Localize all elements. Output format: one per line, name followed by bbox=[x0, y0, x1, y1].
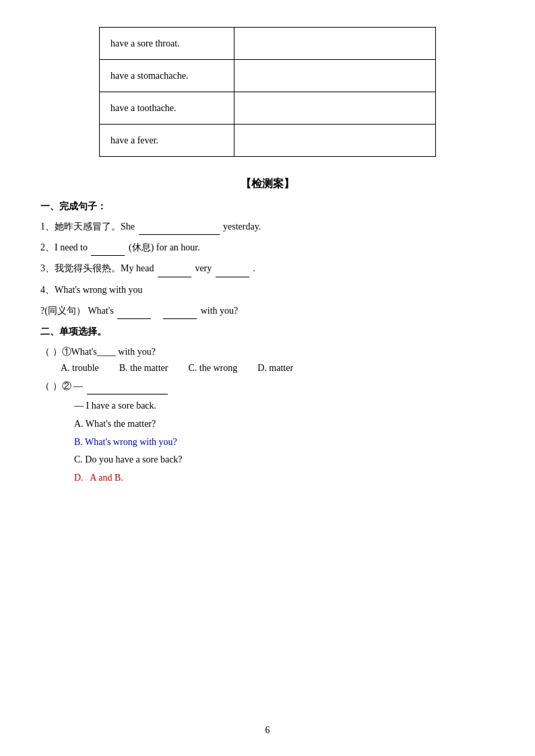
q2-bracket: （ ）② — bbox=[40, 381, 83, 391]
q4-end: with you? bbox=[201, 306, 239, 316]
q4-space bbox=[155, 306, 160, 316]
table-row: have a toothache. bbox=[100, 92, 436, 125]
table-cell-left: have a sore throat. bbox=[100, 28, 234, 60]
table-row: have a fever. bbox=[100, 125, 436, 157]
q2-underline bbox=[87, 384, 168, 394]
opt-d: D. matter bbox=[257, 363, 293, 374]
table-cell-right bbox=[234, 60, 435, 92]
table-cell-right bbox=[234, 92, 435, 125]
q3-underline1 bbox=[158, 267, 191, 277]
table-cell-right bbox=[234, 28, 435, 60]
q3-suffix: . bbox=[253, 263, 255, 273]
opt-a: A. trouble bbox=[61, 363, 99, 374]
q2-opt-a: A. What's the matter? bbox=[74, 415, 495, 434]
table-cell-left: have a stomachache. bbox=[100, 60, 234, 92]
page-number: 6 bbox=[265, 725, 270, 736]
q4-line2: ?(同义句） What's with you? bbox=[40, 302, 495, 319]
q4-underline2 bbox=[163, 308, 197, 319]
q3-prefix: 3、我觉得头很热。My head bbox=[40, 263, 154, 273]
q4-line1: 4、What's wrong with you bbox=[40, 281, 495, 298]
q3-item: 3、我觉得头很热。My head very . bbox=[40, 260, 495, 277]
exercises-part2: 二、单项选择。 （ ）①What's____ with you? A. trou… bbox=[40, 326, 495, 487]
part2-q1: （ ）①What's____ with you? bbox=[40, 343, 495, 360]
table-cell-left: have a toothache. bbox=[100, 92, 234, 125]
q4-underline1 bbox=[117, 308, 151, 319]
table-row: have a stomachache. bbox=[100, 60, 436, 92]
q1-prefix: 1、她昨天感冒了。She bbox=[40, 221, 135, 232]
q1-bracket: （ ）①What's____ with you? bbox=[40, 347, 156, 357]
opt-c: C. the wrong bbox=[188, 363, 237, 374]
q2-underline bbox=[91, 245, 125, 256]
q2-opt-c: C. Do you have a sore back? bbox=[74, 451, 495, 469]
q2-response-text: — I have a sore back. bbox=[74, 397, 495, 415]
part2-q2-response: — I have a sore back. A. What's the matt… bbox=[74, 397, 495, 487]
section-title: 【检测案】 bbox=[40, 177, 495, 191]
page-container: have a sore throat.have a stomachache.ha… bbox=[0, 0, 535, 756]
part2-header: 二、单项选择。 bbox=[40, 326, 495, 338]
vocab-table: have a sore throat.have a stomachache.ha… bbox=[99, 27, 436, 157]
table-cell-right bbox=[234, 125, 435, 157]
q1-underline bbox=[139, 224, 220, 235]
q2-item: 2、I need to (休息) for an hour. bbox=[40, 239, 495, 256]
q2-middle: (休息) for an hour. bbox=[129, 242, 200, 252]
q4-text1: 4、What's wrong with you bbox=[40, 285, 142, 295]
part2-q2: （ ）② — bbox=[40, 378, 495, 394]
q4-synonym-label: ?(同义句） What's bbox=[40, 306, 116, 316]
opt-b: B. the matter bbox=[119, 363, 168, 374]
q3-mid: very bbox=[195, 263, 214, 273]
part1-header: 一、完成句子： bbox=[40, 201, 495, 213]
q2-opt-d: D. A and B. bbox=[74, 469, 495, 487]
table-cell-left: have a fever. bbox=[100, 125, 234, 157]
table-row: have a sore throat. bbox=[100, 28, 436, 60]
q3-underline2 bbox=[216, 267, 249, 277]
q2-prefix: 2、I need to bbox=[40, 242, 90, 252]
part2-q1-options: A. trouble B. the matter C. the wrong D.… bbox=[61, 363, 495, 374]
q1-item: 1、她昨天感冒了。She yesterday. bbox=[40, 218, 495, 235]
q1-suffix: yesterday. bbox=[223, 221, 261, 232]
exercises-part1: 一、完成句子： 1、她昨天感冒了。She yesterday. 2、I need… bbox=[40, 201, 495, 319]
q2-opt-b: B. What's wrong with you? bbox=[74, 434, 495, 452]
